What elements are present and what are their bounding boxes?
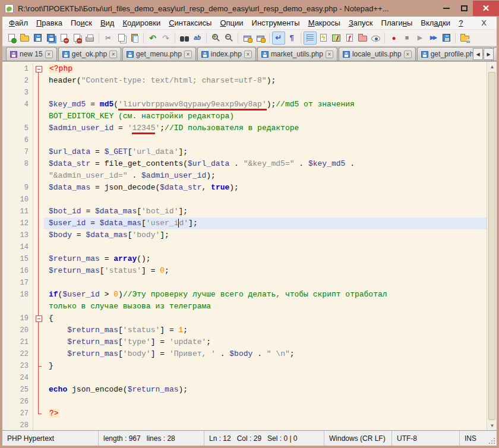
menu-item-file[interactable]: Файл [5,17,32,29]
minimize-button[interactable] [437,1,455,16]
zoom-in-button[interactable] [209,31,222,45]
menu-item-window[interactable]: Вкладки [416,17,454,29]
indent-guide-button[interactable] [304,31,317,45]
replace-button[interactable]: ab [191,31,204,45]
open-file-button[interactable] [18,31,31,45]
function-hint-button[interactable] [317,31,330,45]
macro-save-button[interactable] [440,31,453,45]
menu-item-tools[interactable]: Инструменты [248,17,304,29]
code-line-1[interactable]: 1<?php [2,63,487,75]
tab-new-15[interactable]: new 15× [6,47,57,61]
tab-locale_utils-php[interactable]: locale_utils.php× [339,47,416,61]
zoom-out-button[interactable] [222,31,235,45]
code-line-17[interactable]: 17 [2,277,487,289]
code-area[interactable]: 1<?php2header("Content-type: text/html; … [2,63,487,430]
word-wrap-button[interactable]: ↵ [272,31,285,45]
code-line-5[interactable]: 5$admin_user_id = '12345';//ID пользоват… [2,122,487,134]
print-button[interactable] [83,31,96,45]
tab-scroll-right-icon[interactable]: ▶ [484,48,494,60]
code-line-22[interactable]: 22 $return_mas['body'] = 'Привет, ' . $b… [2,348,487,360]
tab-close-icon[interactable]: × [184,51,192,58]
menu-item-encoding[interactable]: Кодировки [118,17,165,29]
close-all-button[interactable] [70,31,83,45]
code-line-15[interactable]: 15$return_mas = array(); [2,253,487,265]
code-line-14[interactable]: 14 [2,241,487,253]
document-monitor-button[interactable] [369,31,382,45]
find-button[interactable] [178,31,191,45]
code-line-2[interactable]: 2header("Content-type: text/html; charse… [2,75,487,87]
tab-close-icon[interactable]: × [404,51,412,58]
document-close-icon[interactable]: X [478,18,489,28]
macro-stop-button[interactable]: ■ [400,31,413,45]
menu-item-edit[interactable]: Правка [32,17,67,29]
scroll-up-icon[interactable]: ▲ [487,62,497,71]
save-button[interactable] [31,31,44,45]
menu-item-plugins[interactable]: Плагины [377,17,417,29]
redo-button[interactable]: ↷ [159,31,172,45]
function-list-button[interactable] [343,31,356,45]
vertical-scrollbar[interactable]: ▲ ▼ [487,62,497,430]
fold-collapse-icon[interactable] [33,63,44,75]
code-line-wrap[interactable]: BOT_EDITOR_KEY (см. настройки редактора) [2,111,487,122]
close-button[interactable] [57,31,70,45]
menu-item-run[interactable]: Запуск [345,17,377,29]
tab-close-icon[interactable]: × [109,51,117,58]
tab-get_ok-php[interactable]: get_ok.php× [58,47,121,61]
code-line-18[interactable]: 18if($user_id > 0)//Эту проверку лучше в… [2,289,487,301]
new-file-button[interactable] [5,31,18,45]
tab-close-icon[interactable]: × [244,51,252,58]
tab-index-php[interactable]: index.php× [197,47,256,61]
menu-item-search[interactable]: Поиск [67,17,96,29]
code-line-7[interactable]: 7$url_data = $_GET['url_data']; [2,146,487,158]
scrollbar-thumb[interactable] [488,72,495,420]
code-line-21[interactable]: 21 $return_mas['type'] = 'update'; [2,336,487,348]
macro-record-button[interactable]: ● [387,31,400,45]
editor-pane[interactable]: 1<?php2header("Content-type: text/html; … [2,61,497,430]
show-symbols-button[interactable]: ¶ [285,31,298,45]
code-line-13[interactable]: 13$body = $data_mas['body']; [2,229,487,241]
code-line-16[interactable]: 16$return_mas['status'] = 0; [2,265,487,277]
menu-item-view[interactable]: Вид [96,17,119,29]
code-line-24[interactable]: 24 [2,372,487,384]
code-line-3[interactable]: 3 [2,87,487,99]
code-line-11[interactable]: 11$bot_id = $data_mas['bot_id']; [2,206,487,217]
macro-run-multi-button[interactable]: ▶▶ [427,31,440,45]
resize-grip[interactable] [488,437,495,444]
sync-scroll-v-button[interactable] [241,31,254,45]
menu-item-help[interactable]: ? [454,17,467,29]
code-line-wrap[interactable]: "&admin_user_id=" . $admin_user_id); [2,170,487,182]
code-line-25[interactable]: 25echo json_encode($return_mas); [2,384,487,396]
code-line-19[interactable]: 19{ [2,313,487,324]
code-line-27[interactable]: 27?> [2,408,487,419]
code-line-23[interactable]: 23} [2,360,487,372]
open-containing-folder-button[interactable] [458,31,471,45]
fold-collapse-icon[interactable] [33,313,44,324]
code-line-4[interactable]: 4$key_md5 = md5('liurvbrppawv8qypawy9eax… [2,99,487,111]
menu-item-macro[interactable]: Макросы [304,17,345,29]
scroll-down-icon[interactable]: ▼ [487,421,497,430]
document-map-button[interactable] [330,31,343,45]
folder-workspace-button[interactable] [356,31,369,45]
macro-play-button[interactable]: ▶ [413,31,427,45]
tab-market_utils-php[interactable]: market_utils.php× [257,47,337,61]
code-line-28[interactable]: 28 [2,419,487,430]
tab-get_menu-php[interactable]: get_menu.php× [122,47,196,61]
tab-scroll-left-icon[interactable]: ◀ [473,48,483,60]
tab-close-icon[interactable]: × [326,51,333,58]
save-all-button[interactable] [44,31,57,45]
code-line-20[interactable]: 20 $return_mas['status'] = 1; [2,324,487,336]
code-line-6[interactable]: 6 [2,134,487,146]
paste-button[interactable] [128,31,141,45]
menu-item-language[interactable]: Синтаксисы [165,17,216,29]
maximize-button[interactable] [455,1,473,16]
code-line-12[interactable]: 12$user_id = $data_mas['user_id']; [2,217,487,229]
code-line-10[interactable]: 10 [2,194,487,206]
close-button[interactable]: ✕ [473,1,499,16]
sync-scroll-h-button[interactable] [254,31,267,45]
code-line-8[interactable]: 8$data_str = file_get_contents($url_data… [2,158,487,170]
code-line-26[interactable]: 26 [2,396,487,408]
undo-button[interactable]: ↶ [146,31,159,45]
copy-button[interactable] [115,31,128,45]
menu-item-settings[interactable]: Опции [216,17,247,29]
tab-close-icon[interactable]: × [45,51,53,58]
